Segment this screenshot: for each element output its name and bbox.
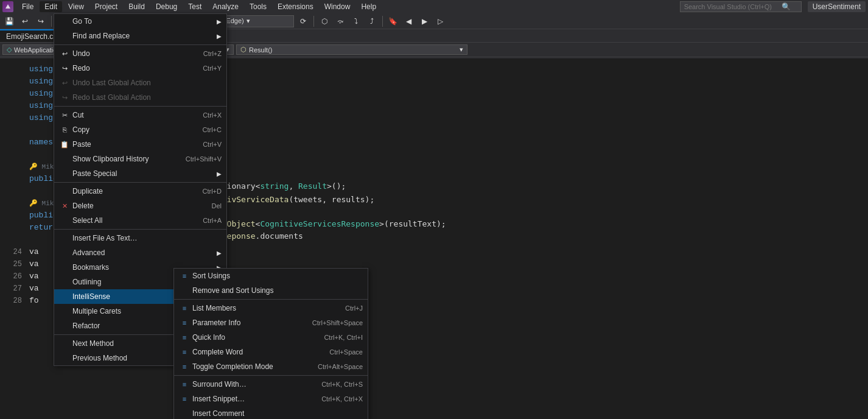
- insert-comment-icon: [179, 408, 190, 419]
- nav-next-button[interactable]: ▷: [434, 15, 447, 28]
- undo-global-icon: ↩: [59, 77, 70, 88]
- menu-edit[interactable]: Edit: [40, 1, 62, 12]
- menu-paste[interactable]: 📋 Paste Ctrl+V: [54, 137, 226, 152]
- undo-button[interactable]: ↩: [18, 15, 32, 28]
- submenu-parameter-info[interactable]: ≡ Parameter Info Ctrl+Shift+Space: [174, 315, 368, 330]
- submenu-insert-snippet[interactable]: ≡ Insert Snippet… Ctrl+K, Ctrl+X: [174, 392, 368, 406]
- menu-duplicate[interactable]: Duplicate Ctrl+D: [54, 184, 226, 199]
- insert-file-icon: [59, 233, 70, 244]
- menu-window[interactable]: Window: [320, 1, 355, 12]
- menu-file[interactable]: File: [17, 1, 38, 12]
- copy-icon: ⎘: [59, 124, 70, 135]
- menu-redo[interactable]: ↪ Redo Ctrl+Y: [54, 61, 226, 76]
- submenu-sort-usings[interactable]: ≡ Sort Usings: [174, 269, 368, 283]
- menu-divider-1: [54, 44, 226, 45]
- method-icon: ⬡: [240, 46, 247, 54]
- search-icon: 🔍: [782, 2, 791, 11]
- submenu-list-members[interactable]: ≡ List Members Ctrl+J: [174, 301, 368, 315]
- submenu-divider-1: [174, 299, 368, 300]
- refresh-button[interactable]: ⟳: [296, 15, 310, 28]
- menu-extensions[interactable]: Extensions: [273, 1, 318, 12]
- toolbar-sep4: [313, 16, 314, 27]
- goto-arrow: ▶: [217, 18, 222, 25]
- step-over-button[interactable]: ⤼: [334, 15, 347, 28]
- tab-label: EmojiSearch.cs: [6, 32, 57, 41]
- menu-divider-2: [54, 106, 226, 107]
- nav-back-button[interactable]: ◀: [402, 15, 416, 28]
- line-num: [5, 63, 29, 76]
- menu-find-replace[interactable]: Find and Replace ▶: [54, 29, 226, 43]
- breakpoint-button[interactable]: ⬡: [318, 15, 331, 28]
- redo-button[interactable]: ↪: [34, 15, 47, 28]
- submenu-surround-with[interactable]: ≡ Surround With… Ctrl+K, Ctrl+S: [174, 377, 368, 392]
- menu-insert-file[interactable]: Insert File As Text…: [54, 231, 226, 245]
- sort-usings-icon: ≡: [179, 270, 190, 281]
- step-into-button[interactable]: ⤵: [349, 15, 363, 28]
- insert-snippet-icon: ≡: [179, 393, 190, 404]
- menu-debug[interactable]: Debug: [151, 1, 182, 12]
- menu-advanced[interactable]: Advanced ▶: [54, 245, 226, 260]
- complete-word-icon: ≡: [179, 347, 190, 357]
- menu-divider-4: [54, 229, 226, 230]
- quick-info-icon: ≡: [179, 332, 190, 343]
- search-input[interactable]: [684, 3, 782, 10]
- menu-undo-global[interactable]: ↩ Undo Last Global Action: [54, 76, 226, 90]
- submenu-toggle-completion[interactable]: ≡ Toggle Completion Mode Ctrl+Alt+Space: [174, 359, 368, 374]
- menu-delete[interactable]: ✕ Delete Del: [54, 199, 226, 213]
- find-arrow: ▶: [217, 33, 222, 40]
- duplicate-icon: [59, 186, 70, 197]
- menu-build[interactable]: Build: [124, 1, 150, 12]
- submenu-quick-info[interactable]: ≡ Quick Info Ctrl+K, Ctrl+I: [174, 330, 368, 345]
- intellisense-icon: [59, 291, 70, 302]
- surround-with-icon: ≡: [179, 379, 190, 390]
- menu-select-all[interactable]: Select All Ctrl+A: [54, 213, 226, 228]
- redo-global-icon: ↪: [59, 92, 70, 103]
- menu-bar: File Edit View Project Build Debug Test …: [0, 0, 868, 13]
- redo-icon: ↪: [59, 63, 70, 74]
- menu-help[interactable]: Help: [356, 1, 381, 12]
- toolbar-sep5: [382, 16, 383, 27]
- paste-special-icon: [59, 168, 70, 179]
- bookmark-button[interactable]: 🔖: [387, 15, 400, 28]
- outlining-icon: [59, 276, 70, 287]
- menu-undo[interactable]: ↩ Undo Ctrl+Z: [54, 46, 226, 61]
- menu-view[interactable]: View: [63, 1, 89, 12]
- find-icon: [59, 30, 70, 41]
- refactor-icon: [59, 320, 70, 331]
- menu-test[interactable]: Test: [183, 1, 206, 12]
- menu-tools[interactable]: Tools: [245, 1, 271, 12]
- goto-icon: [59, 16, 70, 27]
- toolbar-sep1: [51, 16, 52, 27]
- menu-paste-special[interactable]: Paste Special ▶: [54, 166, 226, 181]
- multiple-carets-icon: [59, 306, 70, 317]
- menu-cut[interactable]: ✂ Cut Ctrl+X: [54, 108, 226, 122]
- menu-show-clipboard[interactable]: Show Clipboard History Ctrl+Shift+V: [54, 152, 226, 166]
- menu-goto[interactable]: Go To ▶: [54, 14, 226, 29]
- nav-forward-button[interactable]: ▶: [418, 15, 432, 28]
- prev-method-icon: [59, 353, 70, 364]
- clipboard-icon: [59, 153, 70, 164]
- nav-method-dropdown-arrow: ▾: [460, 46, 463, 54]
- submenu-complete-word[interactable]: ≡ Complete Word Ctrl+Space: [174, 345, 368, 359]
- next-method-icon: [59, 338, 70, 349]
- method-nav-dropdown[interactable]: ⬡ Result() ▾: [236, 44, 467, 55]
- submenu-remove-sort-usings[interactable]: Remove and Sort Usings: [174, 283, 368, 298]
- paste-special-arrow: ▶: [217, 171, 222, 177]
- step-out-button[interactable]: ⤴: [365, 15, 379, 28]
- menu-copy[interactable]: ⎘ Copy Ctrl+C: [54, 122, 226, 137]
- submenu-divider-2: [174, 375, 368, 376]
- class-icon: ◇: [7, 46, 12, 54]
- menu-redo-global[interactable]: ↪ Redo Last Global Action: [54, 90, 226, 105]
- delete-icon: ✕: [59, 200, 70, 211]
- advanced-icon: [59, 247, 70, 258]
- bookmarks-icon: [59, 262, 70, 273]
- submenu-insert-comment[interactable]: Insert Comment: [174, 406, 368, 419]
- search-box[interactable]: 🔍: [680, 1, 802, 12]
- user-area[interactable]: UserSentiment: [808, 1, 866, 12]
- paste-icon: 📋: [59, 139, 70, 150]
- intellisense-submenu: ≡ Sort Usings Remove and Sort Usings ≡ L…: [173, 268, 368, 419]
- menu-analyze[interactable]: Analyze: [208, 1, 243, 12]
- list-members-icon: ≡: [179, 303, 190, 314]
- menu-project[interactable]: Project: [90, 1, 122, 12]
- save-button[interactable]: 💾: [2, 15, 16, 28]
